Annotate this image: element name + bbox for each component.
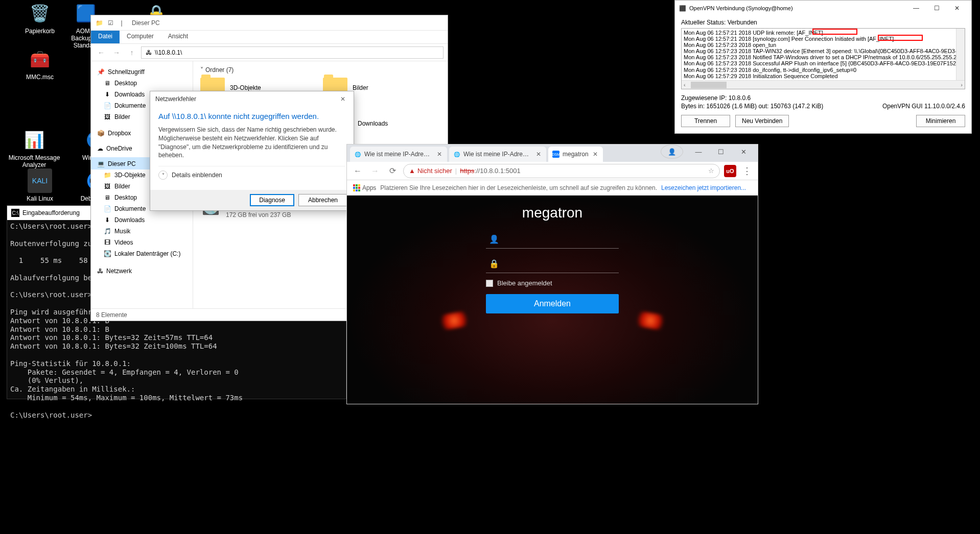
globe-icon: 🌐 — [453, 151, 460, 158]
trash-icon: 🗑️ — [28, 1, 52, 26]
username-input[interactable] — [500, 235, 617, 243]
address-bar[interactable]: ▲Nicht sicher | https://10.8.0.1:5001 ☆ — [403, 164, 720, 178]
bookmark-star-icon[interactable]: ☆ — [708, 167, 714, 175]
close-icon[interactable]: ✕ — [337, 94, 348, 104]
desktop-icon-kali[interactable]: KALIKali Linux — [14, 168, 65, 202]
password-field[interactable]: 🔒 — [486, 255, 619, 273]
nav-back-icon[interactable]: ← — [351, 164, 364, 178]
mmc-icon: 🧰 — [28, 47, 52, 71]
network-icon: 🖧 — [97, 268, 103, 275]
scrollbar-horizontal[interactable] — [682, 80, 965, 89]
desktop-icon-mmc[interactable]: 🧰MMC.msc — [14, 47, 65, 81]
close-icon[interactable]: ✕ — [732, 144, 755, 159]
ovpn-log[interactable]: Mon Aug 06 12:57:21 2018 UDP link remote… — [681, 28, 965, 89]
tab-close-icon[interactable]: ✕ — [436, 151, 443, 158]
desktop-icon-mma[interactable]: 📊Microsoft Message Analyzer — [6, 128, 62, 168]
dropbox-icon: 📦 — [97, 130, 105, 137]
url-text: https://10.8.0.1:5001 — [460, 167, 521, 175]
scrollbar-thumb[interactable] — [691, 82, 727, 88]
ovpn-version: OpenVPN GUI 11.10.0.0/2.4.6 — [882, 103, 965, 110]
sidebar-item-drive-c[interactable]: 💽Lokaler Datenträger (C:) — [91, 248, 193, 259]
sidebar-quick-access[interactable]: 📌Schnellzugriff — [91, 65, 193, 78]
disconnect-button[interactable]: Trennen — [681, 115, 730, 127]
maximize-icon[interactable]: ☐ — [926, 1, 947, 15]
documents-icon: 📄 — [103, 205, 111, 213]
diagnose-button[interactable]: Diagnose — [250, 194, 294, 206]
chrome-tabbar: 🌐Wie ist meine IP-Adresse✕ 🌐Wie ist mein… — [347, 144, 758, 162]
ovpn-titlebar[interactable]: ⬛OpenVPN Verbindung (Synology@home) — ☐ … — [675, 1, 971, 16]
minimize-icon[interactable]: — — [906, 1, 926, 15]
username-field[interactable]: 👤 — [486, 230, 619, 249]
drive-icon: 💽 — [103, 250, 111, 258]
sidebar-item-downloads2[interactable]: ⬇Downloads — [91, 214, 193, 226]
lock-icon: 🔒 — [488, 259, 500, 269]
drive-free-text: 172 GB frei von 237 GB — [226, 211, 297, 219]
pc-icon: 💻 — [97, 160, 105, 167]
scrollbar-vertical[interactable] — [956, 29, 965, 80]
pictures-icon: 🖼 — [103, 182, 111, 190]
reconnect-button[interactable]: Neu Verbinden — [735, 115, 789, 127]
ublock-icon[interactable]: uO — [724, 165, 736, 177]
address-field[interactable]: 🖧 \\10.8.0.1\ — [141, 46, 444, 59]
globe-icon: 🌐 — [354, 151, 361, 158]
sidebar-network[interactable]: 🖧Netzwerk — [91, 264, 193, 277]
tab-close-icon[interactable]: ✕ — [535, 151, 542, 158]
desktop-icon-papierkorb[interactable]: 🗑️Papierkorb — [14, 1, 65, 35]
sidebar-item-music[interactable]: 🎵Musik — [91, 226, 193, 237]
password-input[interactable] — [500, 260, 617, 268]
onedrive-icon: ☁ — [97, 145, 103, 152]
import-bookmarks-link[interactable]: Lesezeichen jetzt importieren... — [661, 184, 746, 191]
bookmarks-bar: Apps Platzieren Sie Ihre Lesezeichen hie… — [347, 180, 758, 196]
apps-icon — [353, 184, 360, 191]
details-toggle[interactable]: ˅ Details einblenden — [158, 166, 345, 184]
ribbon-tab-computer[interactable]: Computer — [120, 31, 161, 43]
chrome-window: 🌐Wie ist meine IP-Adresse✕ 🌐Wie ist mein… — [346, 144, 758, 404]
user-icon: 👤 — [488, 234, 500, 244]
login-button[interactable]: Anmelden — [486, 294, 619, 313]
minimize-button[interactable]: Minimieren — [916, 115, 965, 127]
explorer-title: Dieser PC — [132, 19, 160, 27]
log-line: Mon Aug 06 12:57:23 2018 Notified TAP-Wi… — [684, 54, 963, 60]
nav-forward-icon[interactable]: → — [368, 164, 382, 178]
chevron-down-icon: ˅ — [200, 66, 203, 74]
log-line: Mon Aug 06 12:57:23 2018 Successful ARP … — [684, 60, 963, 66]
qat-props-icon[interactable]: ☑ — [106, 19, 114, 27]
login-form: megatron 👤 🔒 Bleibe angemeldet Anmelden — [486, 205, 619, 313]
nav-forward-icon[interactable]: → — [110, 46, 123, 59]
profile-icon[interactable]: 👤 — [661, 144, 683, 159]
nav-up-icon[interactable]: ↑ — [126, 46, 138, 59]
section-header-folders[interactable]: ˅Ordner (7) — [200, 66, 440, 74]
checkbox[interactable] — [486, 280, 493, 287]
browser-tab-active[interactable]: DSMmegatron✕ — [548, 147, 603, 162]
close-icon[interactable]: ✕ — [947, 1, 967, 15]
remember-me[interactable]: Bleibe angemeldet — [486, 279, 619, 287]
qat-divider: | — [118, 19, 126, 27]
browser-tab[interactable]: 🌐Wie ist meine IP-Adresse✕ — [350, 147, 447, 162]
cancel-button[interactable]: Abbrechen — [298, 194, 347, 206]
minimize-icon[interactable]: — — [687, 144, 710, 159]
sidebar-item-desktop[interactable]: 🖥Desktop — [91, 78, 193, 89]
browser-tab[interactable]: 🌐Wie ist meine IP-Adresse✕ — [449, 147, 546, 162]
dialog-titlebar[interactable]: Netzwerkfehler ✕ — [150, 91, 354, 107]
videos-icon: 🎞 — [103, 238, 111, 247]
apps-shortcut[interactable]: Apps — [353, 184, 376, 191]
ribbon-tab-view[interactable]: Ansicht — [161, 31, 195, 43]
tab-close-icon[interactable]: ✕ — [592, 151, 599, 158]
sidebar-item-videos[interactable]: 🎞Videos — [91, 237, 193, 248]
insecure-warning[interactable]: ▲Nicht sicher — [409, 167, 452, 175]
nav-back-icon[interactable]: ← — [95, 46, 107, 59]
explorer-ribbon: Datei Computer Ansicht — [91, 31, 448, 44]
chrome-menu-icon[interactable]: ⋮ — [740, 165, 754, 177]
reload-icon[interactable]: ⟳ — [386, 164, 399, 178]
error-description: Vergewissern Sie sich, dass der Name ric… — [158, 126, 345, 160]
network-error-dialog: Netzwerkfehler ✕ Auf \\10.8.0.1\ konnte … — [150, 91, 354, 211]
background-art — [634, 310, 667, 331]
explorer-titlebar[interactable]: 📁 ☑ | Dieser PC — [91, 15, 448, 31]
maximize-icon[interactable]: ☐ — [710, 144, 732, 159]
openvpn-window: ⬛OpenVPN Verbindung (Synology@home) — ☐ … — [674, 0, 972, 134]
folder-icon: 📁 — [103, 171, 111, 179]
log-line: Mon Aug 06 12:57:29 2018 Initialization … — [684, 73, 963, 79]
log-line: Mon Aug 06 12:57:23 2018 open_tun — [684, 42, 963, 48]
chevron-down-icon: ˅ — [158, 171, 168, 180]
ribbon-tab-file[interactable]: Datei — [91, 31, 120, 43]
